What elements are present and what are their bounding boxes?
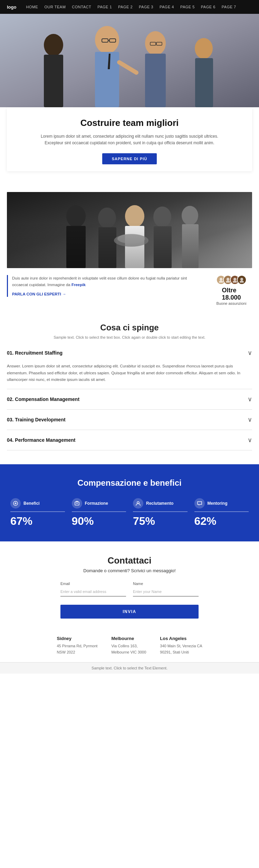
form-group-email: Email <box>60 582 126 596</box>
accordion-header-3[interactable]: 03. Training Development ∨ <box>7 410 252 430</box>
nav-logo[interactable]: logo <box>7 4 16 10</box>
nav-our-team[interactable]: OUR TEAM <box>44 5 66 9</box>
nav-page5[interactable]: PAGE 5 <box>180 5 195 9</box>
nav-page2[interactable]: PAGE 2 <box>118 5 133 9</box>
benefici-item-2: Formazione 90% <box>72 498 126 528</box>
accordion-chevron-3: ∨ <box>248 416 252 423</box>
info-right: Oltre18.000 Buone assunzioni <box>211 275 252 305</box>
accordion-header-4[interactable]: 04. Performance Management ∨ <box>7 430 252 450</box>
benefici-label-2: Formazione <box>85 501 108 506</box>
svg-point-36 <box>233 281 237 283</box>
accordion-header-2[interactable]: 02. Compensation Management ∨ <box>7 389 252 409</box>
team-image-section <box>0 192 259 268</box>
nav-home[interactable]: HOME <box>26 5 38 9</box>
nav-page6[interactable]: PAGE 6 <box>201 5 215 9</box>
form-row: Email Name <box>60 582 199 596</box>
nav-page3[interactable]: PAGE 3 <box>139 5 153 9</box>
contact-form: Email Name INVIA <box>60 582 199 619</box>
email-label: Email <box>60 582 126 586</box>
benefici-icon-row-2: Formazione <box>72 498 126 512</box>
name-label: Name <box>133 582 199 586</box>
benefici-item-3: Reclutamento 75% <box>133 498 188 528</box>
accordion-title-2: 02. Compensation Management <box>7 396 79 402</box>
accordion-chevron-4: ∨ <box>248 436 252 444</box>
office-city-2: Melbourne <box>111 636 146 641</box>
navbar: logo HOME OUR TEAM CONTACT PAGE 1 PAGE 2… <box>0 0 259 14</box>
benefici-pct-1: 67% <box>10 515 32 528</box>
contact-section: Contattaci Domande o commenti? Scrivici … <box>0 541 259 625</box>
freepik-link[interactable]: Freepik <box>71 283 86 287</box>
svg-rect-3 <box>44 55 63 107</box>
benefici-label-1: Benefici <box>23 501 40 506</box>
hero-image <box>0 14 259 107</box>
contact-subtitle: Domande o commenti? Scrivici un messaggi… <box>10 568 249 573</box>
svg-point-37 <box>240 278 243 281</box>
nav-contact[interactable]: CONTACT <box>72 5 91 9</box>
footer-text: Sample text. Click to select the Text El… <box>92 666 167 670</box>
avatar <box>237 275 247 285</box>
info-description: Duis aute irure dolor in reprehenderit i… <box>12 275 204 288</box>
hero-title: Costruire team migliori <box>17 118 242 128</box>
svg-point-31 <box>220 278 222 281</box>
svg-rect-16 <box>195 58 213 107</box>
nav-page4[interactable]: PAGE 4 <box>160 5 174 9</box>
office-city-3: Los Angeles <box>160 636 202 641</box>
hero-card: Costruire team migliori Lorem ipsum dolo… <box>7 107 252 171</box>
benefici-icon-reclutamento <box>133 498 143 509</box>
benefici-pct-3: 75% <box>133 515 155 528</box>
benefici-icon-benefici <box>10 498 21 509</box>
accordion-title-1: 01. Recruitment Staffing <box>7 350 63 356</box>
accordion-item-2: 02. Compensation Management ∨ <box>7 389 252 410</box>
office-melbourne: Melbourne Via Collins 163, Melbourne VIC… <box>111 636 146 655</box>
office-city-1: Sidney <box>57 636 97 641</box>
form-group-name: Name <box>133 582 199 596</box>
accordion-title-4: 04. Performance Management <box>7 437 75 443</box>
svg-point-34 <box>226 281 230 283</box>
accordion-item-1: 01. Recruitment Staffing ∨ Answer. Lorem… <box>7 343 252 389</box>
cosa-ci-spinge-title: Cosa ci spinge <box>7 323 252 332</box>
nav-page7[interactable]: PAGE 7 <box>222 5 236 9</box>
email-input[interactable] <box>60 587 126 596</box>
stat-label: Buone assunzioni <box>217 301 247 305</box>
svg-point-35 <box>233 278 236 281</box>
stat-number: Oltre18.000 <box>222 287 241 301</box>
accordion-item-4: 04. Performance Management ∨ <box>7 430 252 450</box>
cosa-ci-spinge-section: Cosa ci spinge Sample text. Click to sel… <box>0 309 259 343</box>
offices-row: Sidney 45 Pirrama Rd, Pyrmont NSW 2022 M… <box>0 625 259 662</box>
benefici-icon-row-3: Reclutamento <box>133 498 188 512</box>
svg-point-10 <box>145 31 166 55</box>
accordion: 01. Recruitment Staffing ∨ Answer. Lorem… <box>0 343 259 457</box>
accordion-chevron-1: ∨ <box>248 349 252 357</box>
hero-cta-button[interactable]: SAPERNE DI PIÙ <box>102 153 157 164</box>
svg-point-38 <box>240 281 244 283</box>
nav-page1[interactable]: PAGE 1 <box>97 5 112 9</box>
office-los-angeles: Los Angeles 340 Main St, Venezia CA 9029… <box>160 636 202 655</box>
office-address-1: 45 Pirrama Rd, Pyrmont NSW 2022 <box>57 643 97 655</box>
benefici-grid: Benefici 67% Formazione 90% <box>10 498 249 528</box>
footer-bar: Sample text. Click to select the Text El… <box>0 662 259 674</box>
svg-point-41 <box>137 502 139 504</box>
cosa-ci-spinge-subtitle: Sample text. Click to select the text bo… <box>7 335 252 339</box>
avatar-group <box>216 275 247 285</box>
svg-point-2 <box>44 34 63 56</box>
hero-description: Lorem ipsum dolor sit amet, consectetur … <box>40 133 219 146</box>
svg-point-33 <box>227 278 229 281</box>
benefici-pct-2: 90% <box>72 515 94 528</box>
submit-button[interactable]: INVIA <box>60 605 199 619</box>
experts-link[interactable]: PARLA CON GLI ESPERTI → <box>12 292 66 296</box>
info-text: Duis aute irure dolor in reprehenderit i… <box>7 275 204 297</box>
benefici-label-4: Mentoring <box>208 501 228 506</box>
benefici-title: Compensazione e benefici <box>10 478 249 488</box>
accordion-answer-1: Answer. Lorem ipsum dolor sit amet, cons… <box>7 363 252 383</box>
team-visual-overlay <box>7 222 252 268</box>
accordion-header-1[interactable]: 01. Recruitment Staffing ∨ <box>7 343 252 363</box>
hero-illustration <box>0 14 259 107</box>
accordion-chevron-2: ∨ <box>248 395 252 403</box>
benefici-item-4: Mentoring 62% <box>194 498 249 528</box>
name-input[interactable] <box>133 587 199 596</box>
benefici-section: Compensazione e benefici Benefici 67% <box>0 464 259 541</box>
office-address-3: 340 Main St, Venezia CA 90291, Stati Uni… <box>160 643 202 655</box>
benefici-label-3: Reclutamento <box>146 501 173 506</box>
svg-rect-1 <box>0 14 259 107</box>
info-row: Duis aute irure dolor in reprehenderit i… <box>0 268 259 309</box>
